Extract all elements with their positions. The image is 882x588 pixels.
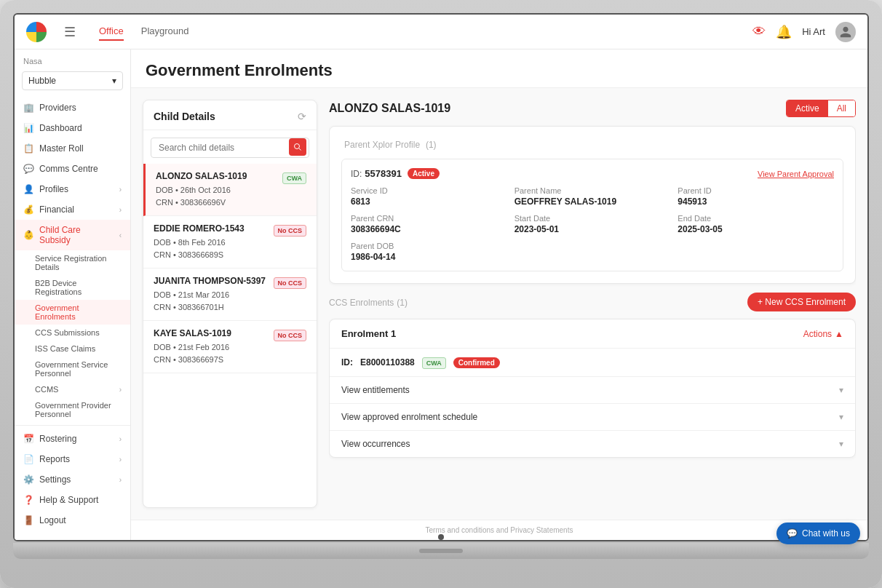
filter-active-btn[interactable]: Active (787, 100, 828, 116)
chat-icon: 💬 (787, 528, 798, 539)
sidebar-sub-service-reg[interactable]: Service Registration Details (15, 250, 130, 275)
actions-link[interactable]: Actions ▲ (803, 329, 843, 339)
sidebar-item-rostering[interactable]: 📅 Rostering › (15, 429, 130, 449)
sidebar-item-comms[interactable]: 💬 Comms Centre (15, 159, 130, 179)
start-date-cell: Start Date 2023-05-01 (514, 214, 671, 234)
ccms-label: CCMS (35, 385, 58, 394)
hamburger-icon[interactable]: ☰ (61, 21, 79, 43)
refresh-icon[interactable]: ⟳ (298, 111, 306, 122)
service-id-cell: Service ID 6813 (351, 186, 507, 207)
bell-icon[interactable]: 🔔 (776, 24, 792, 40)
sidebar-item-label: Providers (39, 103, 76, 113)
accordion-header-entitlements[interactable]: View entitlements ▾ (330, 377, 855, 403)
child-item[interactable]: EDDIE ROMERO-1543 No CCS DOB • 8th Feb 2… (143, 216, 317, 269)
sidebar-dropdown[interactable]: Hubble ▾ (22, 71, 123, 90)
sidebar-sub-govt-enrol[interactable]: Government Enrolments (15, 300, 130, 325)
end-date-cell: End Date 2025-03-05 (678, 214, 834, 234)
enrolment-id-row: ID: E8000110388 CWA Confirmed (330, 349, 855, 377)
sidebar-item-help[interactable]: ❓ Help & Support (15, 490, 130, 510)
sidebar-divider (15, 425, 130, 426)
sidebar-item-label: Profiles (39, 184, 68, 194)
parent-name-cell: Parent Name GEOFFREY SALAS-1019 (514, 186, 671, 207)
view-parent-approval-link[interactable]: View Parent Approval (758, 170, 834, 178)
sidebar: Nasa Hubble ▾ 🏢 Providers 📊 Dashboard 📋 … (15, 49, 131, 540)
patient-header: ALONZO SALAS-1019 Active All (329, 100, 856, 117)
child-badge-noccs: No CCS (274, 330, 307, 341)
chevron-right-icon: › (119, 435, 122, 443)
sidebar-item-profiles[interactable]: 👤 Profiles › (15, 179, 130, 199)
content: Government Enrolments Child Details ⟳ (131, 49, 867, 540)
parent-dob-value: 1986-04-14 (351, 252, 507, 262)
child-list: ALONZO SALAS-1019 CWA DOB • 26th Oct 201… (143, 164, 317, 507)
nav-playground[interactable]: Playground (141, 23, 189, 41)
search-input[interactable] (151, 138, 309, 158)
childcare-icon: 👶 (23, 230, 33, 240)
sidebar-item-label: Rostering (39, 434, 76, 444)
eye-icon[interactable]: 👁 (752, 24, 766, 39)
enrolment-id-label: ID: (341, 357, 353, 368)
sidebar-item-label: Child Care Subsidy (39, 225, 114, 245)
end-date-value: 2025-03-05 (678, 224, 834, 234)
chat-button[interactable]: 💬 Chat with us (776, 523, 860, 544)
sidebar-sub-ccms[interactable]: CCMS › (15, 381, 130, 397)
search-row (143, 130, 317, 164)
child-item[interactable]: ALONZO SALAS-1019 CWA DOB • 26th Oct 201… (143, 164, 317, 216)
child-name: JUANITA THOMPSON-5397 (154, 276, 266, 286)
sidebar-item-logout[interactable]: 🚪 Logout (15, 510, 130, 531)
logo-icon (26, 22, 47, 42)
child-name: EDDIE ROMERO-1543 (154, 223, 245, 234)
chevron-down-icon: ▾ (839, 412, 843, 422)
masterroll-icon: 📋 (23, 143, 33, 154)
enrolment-header: Enrolment 1 Actions ▲ (330, 319, 855, 349)
chevron-right-icon: ‹ (119, 231, 122, 239)
parent-crn-label: Parent CRN (351, 214, 507, 223)
avatar[interactable] (835, 22, 856, 42)
child-dob: DOB • 21st Mar 2016 (154, 289, 306, 301)
accordion-header-occurrences[interactable]: View occurrences ▾ (330, 431, 855, 457)
parent-dob-cell: Parent DOB 1986-04-14 (351, 242, 507, 262)
chevron-right-icon: › (119, 386, 122, 394)
nav-links: Office Playground (99, 23, 189, 41)
sidebar-item-label: Master Roll (39, 143, 84, 154)
accordion-header-schedule[interactable]: View approved enrolment schedule ▾ (330, 404, 855, 430)
parent-id-value: 945913 (678, 196, 834, 207)
filter-buttons: Active All (786, 100, 856, 117)
child-badge-cwa: CWA (282, 172, 306, 184)
sidebar-sub-ccs[interactable]: CCS Submissions (15, 325, 130, 341)
filter-all-btn[interactable]: All (828, 100, 855, 116)
reports-icon: 📄 (23, 454, 33, 464)
sidebar-item-settings[interactable]: ⚙️ Settings › (15, 469, 130, 490)
rostering-icon: 📅 (23, 434, 33, 444)
right-panel: ALONZO SALAS-1019 Active All Parent Xplo… (329, 100, 856, 508)
new-ccs-enrolment-button[interactable]: + New CCS Enrolment (747, 293, 856, 311)
sidebar-item-providers[interactable]: 🏢 Providers (15, 98, 130, 118)
chat-label: Chat with us (802, 528, 850, 539)
sidebar-item-masterroll[interactable]: 📋 Master Roll (15, 138, 130, 159)
sidebar-sub-gov-provider[interactable]: Government Provider Personnel (15, 397, 130, 422)
child-crn: CRN • 308366701H (154, 301, 306, 314)
patient-name: ALONZO SALAS-1019 (329, 102, 450, 115)
sidebar-item-dashboard[interactable]: 📊 Dashboard (15, 118, 130, 138)
search-button[interactable] (289, 138, 306, 156)
child-item[interactable]: JUANITA THOMPSON-5397 No CCS DOB • 21st … (143, 269, 317, 321)
parent-name-label: Parent Name (514, 186, 671, 195)
profiles-icon: 👤 (23, 184, 33, 194)
sidebar-sub-iss[interactable]: ISS Case Claims (15, 341, 130, 357)
child-item[interactable]: KAYE SALAS-1019 No CCS DOB • 21st Feb 20… (143, 321, 317, 373)
comms-icon: 💬 (23, 164, 33, 174)
sidebar-item-childcare[interactable]: 👶 Child Care Subsidy ‹ (15, 220, 130, 250)
nav-office[interactable]: Office (99, 23, 124, 41)
sidebar-item-financial[interactable]: 💰 Financial › (15, 199, 130, 220)
sidebar-item-reports[interactable]: 📄 Reports › (15, 449, 130, 469)
sidebar-sub-b2b[interactable]: B2B Device Registrations (15, 275, 130, 300)
sidebar-item-label: Settings (39, 474, 71, 485)
footer-text: Terms and conditions and Privacy Stateme… (426, 526, 573, 534)
child-panel-title: Child Details (154, 111, 215, 122)
sidebar-sub-gov-service[interactable]: Government Service Personnel (15, 357, 130, 381)
parent-dob-label: Parent DOB (351, 242, 507, 250)
child-crn: CRN • 308366696V (156, 196, 306, 209)
chevron-right-icon: › (119, 186, 122, 194)
child-dob: DOB • 21st Feb 2016 (154, 341, 306, 354)
accordion-occurrences: View occurrences ▾ (330, 431, 855, 457)
accordion-label: View occurrences (341, 439, 410, 449)
